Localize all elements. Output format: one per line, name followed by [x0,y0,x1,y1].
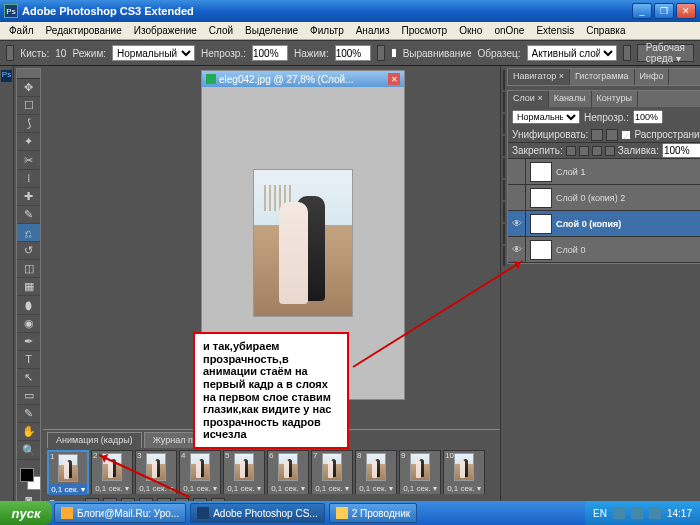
dock-icon[interactable] [503,136,505,156]
frame-delay[interactable]: 0,1 сек. ▾ [224,483,264,494]
visibility-icon[interactable] [508,159,526,184]
frame-delay[interactable]: 0,1 сек. ▾ [92,483,132,494]
task-button[interactable]: Adobe Photoshop CS... [190,503,325,523]
stamp-tool[interactable]: ⎌ [17,224,40,242]
lang-indicator[interactable]: EN [593,508,607,519]
menu-image[interactable]: Изображение [129,24,202,37]
dodge-tool[interactable]: ◉ [17,315,40,333]
unify-icon[interactable] [606,129,618,141]
shape-tool[interactable]: ▭ [17,387,40,405]
sample-select[interactable]: Активный слой [527,45,617,61]
airbrush-icon[interactable] [377,45,385,61]
animation-frame[interactable]: 70,1 сек. ▾ [311,450,353,494]
lock-pos-icon[interactable] [592,146,602,156]
layer-row[interactable]: Слой 0 (копия) 2 [508,185,700,211]
wand-tool[interactable]: ✦ [17,133,40,151]
flow-input[interactable] [335,45,371,61]
brush-tool[interactable]: ✎ [17,206,40,224]
frame-delay[interactable]: 0,1 сек. ▾ [180,483,220,494]
menu-file[interactable]: Файл [4,24,39,37]
tray-icon[interactable] [649,507,661,519]
animation-frame[interactable]: 10,1 сек. ▾ [47,450,89,494]
tab-info[interactable]: Инфо [635,69,670,85]
tab-histogram[interactable]: Гистограмма [570,69,635,85]
dock-icon[interactable] [503,158,505,178]
menu-onone[interactable]: onOne [489,24,529,37]
menu-layer[interactable]: Слой [204,24,238,37]
menu-help[interactable]: Справка [581,24,630,37]
path-tool[interactable]: ↖ [17,369,40,387]
marquee-tool[interactable]: ☐ [17,97,40,115]
animation-frame[interactable]: 90,1 сек. ▾ [399,450,441,494]
animation-frame[interactable]: 100,1 сек. ▾ [443,450,485,494]
move-tool[interactable]: ✥ [17,79,40,97]
menu-edit[interactable]: Редактирование [41,24,127,37]
dock-icon[interactable] [503,70,505,90]
layer-thumbnail[interactable] [530,162,552,182]
dock-icon[interactable] [503,224,505,244]
tab-navigator[interactable]: Навигатор × [508,69,570,85]
ps-icon[interactable]: Ps [1,70,12,82]
photo-canvas[interactable] [253,169,353,317]
menu-filter[interactable]: Фильтр [305,24,349,37]
fill-input[interactable] [662,143,700,158]
history-brush-tool[interactable]: ↺ [17,242,40,260]
layer-thumbnail[interactable] [530,240,552,260]
tray-icon[interactable] [631,507,643,519]
blend-mode-select[interactable]: Нормальный [512,110,580,124]
unify-icon[interactable] [591,129,603,141]
tray-icon[interactable] [613,507,625,519]
minimize-button[interactable]: _ [632,3,652,19]
frame-delay[interactable]: 0,1 сек. ▾ [312,483,352,494]
animation-frame[interactable]: 50,1 сек. ▾ [223,450,265,494]
menu-analysis[interactable]: Анализ [351,24,395,37]
document-titlebar[interactable]: eleg042.jpg @ 27,8% (Слой... ✕ [202,71,404,87]
lock-trans-icon[interactable] [566,146,576,156]
task-button[interactable]: Блоги@Mail.Ru: Уро... [54,503,186,523]
gradient-tool[interactable]: ▦ [17,278,40,296]
frame-delay[interactable]: 0,1 сек. ▾ [400,483,440,494]
pen-tool[interactable]: ✒ [17,333,40,351]
tab-paths[interactable]: Контуры [592,91,638,107]
animation-frame[interactable]: 80,1 сек. ▾ [355,450,397,494]
layer-thumbnail[interactable] [530,188,552,208]
frame-delay[interactable]: 0,1 сек. ▾ [444,483,484,494]
tool-preset-icon[interactable] [6,45,14,61]
mode-select[interactable]: Нормальный [112,45,195,61]
type-tool[interactable]: T [17,351,40,369]
menu-window[interactable]: Окно [454,24,487,37]
dock-icon[interactable] [503,114,505,134]
fg-color[interactable] [20,468,34,482]
tab-channels[interactable]: Каналы [549,91,592,107]
toolbox-header[interactable] [17,69,40,79]
tab-animation[interactable]: Анимация (кадры) [47,432,142,448]
layer-thumbnail[interactable] [530,214,552,234]
sample-icon[interactable] [623,45,631,61]
lock-all-icon[interactable] [605,146,615,156]
task-button[interactable]: 2 Проводник [329,503,418,523]
animation-frame[interactable]: 60,1 сек. ▾ [267,450,309,494]
eraser-tool[interactable]: ◫ [17,260,40,278]
dock-icon[interactable] [503,92,505,112]
frame-delay[interactable]: 0,1 сек. ▾ [268,483,308,494]
visibility-icon[interactable]: 👁 [508,211,526,236]
tab-layers[interactable]: Слои × [508,91,549,107]
dock-icon[interactable] [503,202,505,222]
start-button[interactable]: пуск [0,501,52,525]
animation-frame[interactable]: 40,1 сек. ▾ [179,450,221,494]
clock[interactable]: 14:17 [667,508,692,519]
dock-icon[interactable] [503,180,505,200]
frame-delay[interactable]: 0,1 сек. ▾ [356,483,396,494]
color-swatches[interactable] [17,466,40,490]
lasso-tool[interactable]: ⟆ [17,115,40,133]
notes-tool[interactable]: ✎ [17,405,40,423]
document-close-icon[interactable]: ✕ [388,73,400,85]
frame-delay[interactable]: 0,1 сек. ▾ [49,484,87,495]
dock-icon[interactable] [503,246,505,266]
layer-row[interactable]: Слой 1 [508,159,700,185]
menu-select[interactable]: Выделение [240,24,303,37]
opacity-input[interactable] [252,45,288,61]
align-checkbox[interactable] [391,48,397,58]
lock-pixels-icon[interactable] [579,146,589,156]
workspace-button[interactable]: Рабочая среда ▾ [637,44,694,62]
